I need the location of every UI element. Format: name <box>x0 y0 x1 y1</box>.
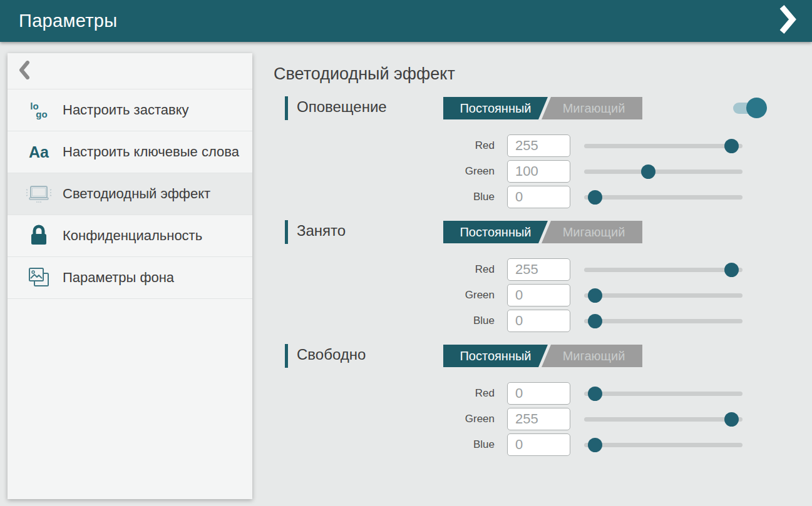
slider-thumb[interactable] <box>724 263 739 277</box>
section-accent-bar <box>285 96 288 120</box>
slider-track <box>584 170 743 174</box>
slider-thumb[interactable] <box>588 314 602 328</box>
lock-icon <box>25 225 53 247</box>
green-input[interactable] <box>507 284 570 306</box>
section-header: Оповещение Постоянный Мигающий <box>274 96 812 121</box>
sidebar-back-button[interactable] <box>8 53 252 89</box>
green-input[interactable] <box>507 160 570 183</box>
blue-slider[interactable] <box>584 310 743 332</box>
slider-thumb[interactable] <box>588 190 602 205</box>
section-accent-bar <box>285 220 288 244</box>
blue-input[interactable] <box>507 310 570 332</box>
green-row: Green <box>274 408 812 430</box>
chevron-right-icon <box>779 4 796 38</box>
settings-app: Параметры logo Настроить заставку <box>0 0 812 506</box>
settings-sidebar: logo Настроить заставку Aa Настроить клю… <box>8 53 252 499</box>
green-input[interactable] <box>507 408 570 430</box>
blue-slider[interactable] <box>584 186 743 208</box>
red-slider[interactable] <box>584 134 743 157</box>
green-slider[interactable] <box>584 284 743 306</box>
sidebar-item-keywords[interactable]: Aa Настроить ключевые слова <box>8 131 252 173</box>
section-accent-bar <box>285 344 288 368</box>
blue-row: Blue <box>274 310 812 332</box>
led-effect-panel: Светодиодный эффект Оповещение Постоянны… <box>274 42 812 506</box>
green-slider[interactable] <box>584 160 743 183</box>
forward-button[interactable] <box>773 5 802 36</box>
slider-thumb[interactable] <box>588 288 602 303</box>
slider-thumb[interactable] <box>724 412 739 427</box>
sidebar-item-label: Светодиодный эффект <box>63 177 210 211</box>
red-label: Red <box>274 139 495 152</box>
slider-track <box>584 392 743 396</box>
page-title: Параметры <box>19 11 117 31</box>
blue-row: Blue <box>274 433 812 456</box>
led-display-icon <box>25 183 53 205</box>
mode-constant-button[interactable]: Постоянный <box>443 97 548 119</box>
blue-row: Blue <box>274 186 812 208</box>
text-aa-icon: Aa <box>25 143 53 161</box>
slider-track <box>584 443 743 447</box>
mode-constant-button[interactable]: Постоянный <box>443 221 548 243</box>
mode-toggle: Постоянный Мигающий <box>443 97 642 119</box>
red-row: Red <box>274 134 812 157</box>
green-label: Green <box>274 289 495 301</box>
green-slider[interactable] <box>584 408 743 430</box>
chevron-left-icon <box>19 61 29 82</box>
mode-toggle: Постоянный Мигающий <box>443 345 642 367</box>
notification-switch[interactable] <box>733 98 767 118</box>
slider-track <box>584 319 743 323</box>
blue-label: Blue <box>274 438 495 451</box>
background-image-icon <box>25 266 53 290</box>
slider-track <box>584 417 743 422</box>
red-slider[interactable] <box>584 258 743 281</box>
red-row: Red <box>274 258 812 281</box>
mode-blinking-button[interactable]: Мигающий <box>542 345 642 367</box>
green-label: Green <box>274 413 495 425</box>
red-label: Red <box>274 263 495 276</box>
green-row: Green <box>274 160 812 183</box>
panel-title: Светодиодный эффект <box>274 63 812 85</box>
sidebar-item-led-effect[interactable]: Светодиодный эффект <box>8 173 252 215</box>
green-label: Green <box>274 165 495 178</box>
mode-blinking-button[interactable]: Мигающий <box>542 221 642 243</box>
red-row: Red <box>274 382 812 405</box>
section-header: Занято Постоянный Мигающий <box>274 220 812 245</box>
sidebar-item-label: Параметры фона <box>63 261 174 295</box>
slider-thumb[interactable] <box>641 164 655 179</box>
mode-blinking-button[interactable]: Мигающий <box>542 97 642 119</box>
sidebar-item-label: Настроить ключевые слова <box>63 135 239 169</box>
section-busy: Занято Постоянный Мигающий Red Green <box>274 220 812 332</box>
switch-knob <box>746 98 767 118</box>
slider-thumb[interactable] <box>588 387 602 401</box>
slider-track <box>584 293 743 298</box>
mode-toggle: Постоянный Мигающий <box>443 221 642 243</box>
section-header: Свободно Постоянный Мигающий <box>274 343 812 368</box>
blue-label: Blue <box>274 315 495 327</box>
red-input[interactable] <box>507 258 570 281</box>
mode-constant-button[interactable]: Постоянный <box>443 345 548 367</box>
section-notification: Оповещение Постоянный Мигающий Red <box>274 96 812 208</box>
section-label: Оповещение <box>297 98 387 116</box>
red-input[interactable] <box>507 382 570 405</box>
blue-slider[interactable] <box>584 433 743 456</box>
section-free: Свободно Постоянный Мигающий Red Green <box>274 343 812 456</box>
section-label: Занято <box>297 222 346 240</box>
red-input[interactable] <box>507 134 570 157</box>
section-label: Свободно <box>297 346 366 363</box>
sidebar-item-splash-screen[interactable]: logo Настроить заставку <box>8 89 252 131</box>
blue-input[interactable] <box>507 186 570 208</box>
red-label: Red <box>274 387 495 400</box>
slider-track <box>584 144 743 148</box>
slider-track <box>584 195 743 200</box>
blue-label: Blue <box>274 191 495 203</box>
red-slider[interactable] <box>584 382 743 405</box>
sidebar-item-label: Конфиденциальность <box>63 219 202 253</box>
sidebar-item-background[interactable]: Параметры фона <box>8 257 252 299</box>
blue-input[interactable] <box>507 433 570 456</box>
slider-track <box>584 268 743 272</box>
sidebar-item-privacy[interactable]: Конфиденциальность <box>8 215 252 257</box>
slider-thumb[interactable] <box>724 139 739 153</box>
green-row: Green <box>274 284 812 306</box>
slider-thumb[interactable] <box>588 438 602 452</box>
logo-icon: logo <box>25 102 53 118</box>
